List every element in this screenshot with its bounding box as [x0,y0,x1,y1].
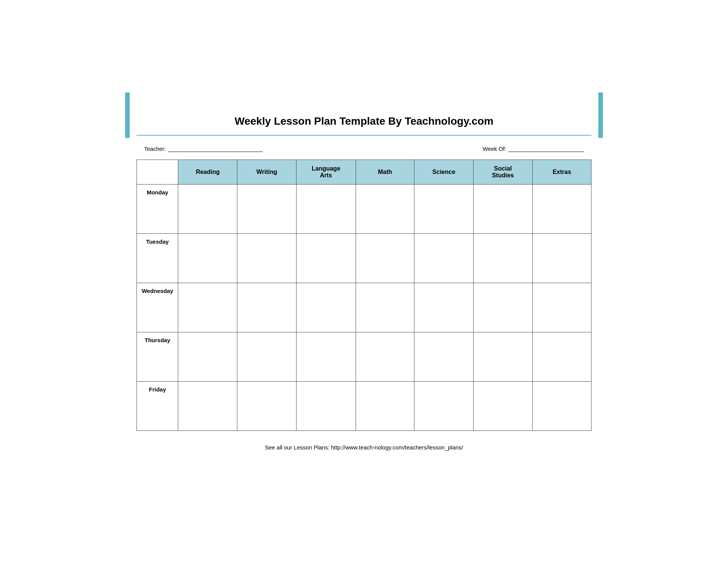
table-row: Tuesday [137,234,592,283]
monday-science[interactable] [414,185,474,234]
tuesday-language-arts[interactable] [296,234,356,283]
week-of-field: Week Of: [483,145,584,152]
week-of-underline [508,145,584,152]
monday-extras[interactable] [532,185,591,234]
thursday-writing[interactable] [237,332,297,382]
teacher-label: Teacher: [144,146,166,152]
side-bar-right [598,92,603,138]
friday-language-arts[interactable] [296,382,356,431]
friday-writing[interactable] [237,382,297,431]
wednesday-social-studies[interactable] [474,283,533,332]
tuesday-reading[interactable] [178,234,237,283]
monday-writing[interactable] [237,185,297,234]
friday-science[interactable] [414,382,474,431]
header-reading: Reading [178,160,237,185]
tuesday-writing[interactable] [237,234,297,283]
day-friday: Friday [137,382,178,431]
monday-language-arts[interactable] [296,185,356,234]
monday-social-studies[interactable] [474,185,533,234]
lesson-plan-table: Reading Writing LanguageArts Math Scienc… [136,160,592,431]
wednesday-math[interactable] [356,283,414,332]
tuesday-math[interactable] [356,234,414,283]
day-monday: Monday [137,185,178,234]
header-science: Science [414,160,474,185]
tuesday-science[interactable] [414,234,474,283]
friday-math[interactable] [356,382,414,431]
header-extras: Extras [532,160,591,185]
title-divider [136,135,592,136]
table-row: Friday [137,382,592,431]
wednesday-writing[interactable] [237,283,297,332]
friday-extras[interactable] [532,382,591,431]
header-math: Math [356,160,414,185]
teacher-field: Teacher: [144,145,263,152]
thursday-extras[interactable] [532,332,591,382]
thursday-language-arts[interactable] [296,332,356,382]
day-wednesday: Wednesday [137,283,178,332]
side-bar-left [125,92,130,138]
footer-text: See all our Lesson Plans: http://www.tea… [136,444,592,451]
wednesday-science[interactable] [414,283,474,332]
wednesday-extras[interactable] [532,283,591,332]
header-social-studies: SocialStudies [474,160,533,185]
header-language-arts: LanguageArts [296,160,356,185]
page-title: Weekly Lesson Plan Template By Teachnolo… [136,104,592,135]
friday-reading[interactable] [178,382,237,431]
table-row: Monday [137,185,592,234]
table-header-row: Reading Writing LanguageArts Math Scienc… [137,160,592,185]
tuesday-extras[interactable] [532,234,591,283]
header-corner [137,160,178,185]
week-of-label: Week Of: [483,146,506,152]
friday-social-studies[interactable] [474,382,533,431]
thursday-social-studies[interactable] [474,332,533,382]
monday-reading[interactable] [178,185,237,234]
teacher-underline [168,145,263,152]
tuesday-social-studies[interactable] [474,234,533,283]
thursday-reading[interactable] [178,332,237,382]
wednesday-reading[interactable] [178,283,237,332]
monday-math[interactable] [356,185,414,234]
thursday-math[interactable] [356,332,414,382]
day-thursday: Thursday [137,332,178,382]
thursday-science[interactable] [414,332,474,382]
header-writing: Writing [237,160,297,185]
wednesday-language-arts[interactable] [296,283,356,332]
meta-row: Teacher: Week Of: [136,145,592,152]
day-tuesday: Tuesday [137,234,178,283]
table-row: Wednesday [137,283,592,332]
table-row: Thursday [137,332,592,382]
page-container: Weekly Lesson Plan Template By Teachnolo… [121,92,607,470]
